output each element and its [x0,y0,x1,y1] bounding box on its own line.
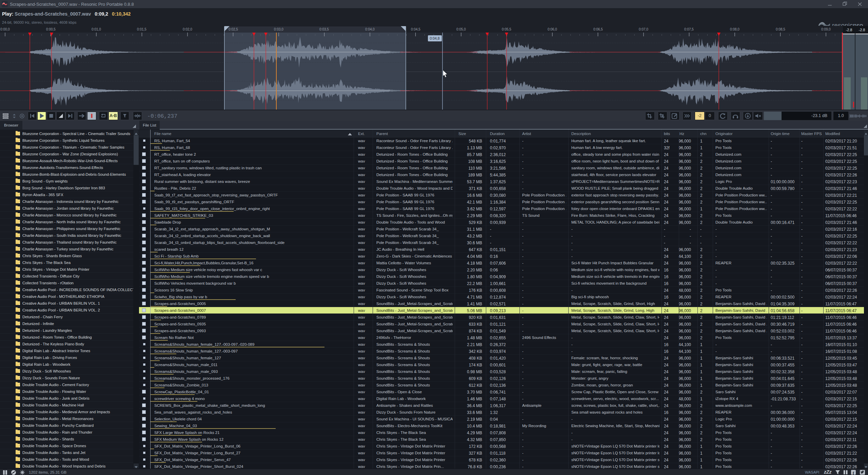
svg-text:0:02,5: 0:02,5 [229,27,238,31]
svg-text:0:03,5: 0:03,5 [319,27,329,31]
svg-text:0:07,5: 0:07,5 [684,27,694,31]
svg-text:0:07,0: 0:07,0 [639,27,648,31]
svg-text:0:03,0: 0:03,0 [274,27,283,31]
svg-text:0:06,0: 0:06,0 [548,27,557,31]
svg-text:0:00,0: 0:00,0 [0,27,10,31]
svg-text:0:01,0: 0:01,0 [92,27,101,31]
svg-text:0:05,5: 0:05,5 [502,27,511,31]
svg-text:-2.8: -2.8 [846,28,852,32]
svg-text:0:09,0: 0:09,0 [821,27,831,31]
svg-text:0:01,5: 0:01,5 [137,27,146,31]
svg-text:0:05,0: 0:05,0 [456,27,466,31]
svg-text:0:02,0: 0:02,0 [183,27,192,31]
svg-text:0:04,8: 0:04,8 [430,36,439,40]
svg-text:0:04,0: 0:04,0 [365,27,375,31]
svg-text:-2.8: -2.8 [859,28,865,32]
svg-text:0:06,5: 0:06,5 [593,27,603,31]
svg-text:0:04,5: 0:04,5 [411,27,420,31]
svg-text:0:08,0: 0:08,0 [730,27,739,31]
svg-text:0:00,5: 0:00,5 [46,27,56,31]
svg-text:0:08,5: 0:08,5 [776,27,785,31]
